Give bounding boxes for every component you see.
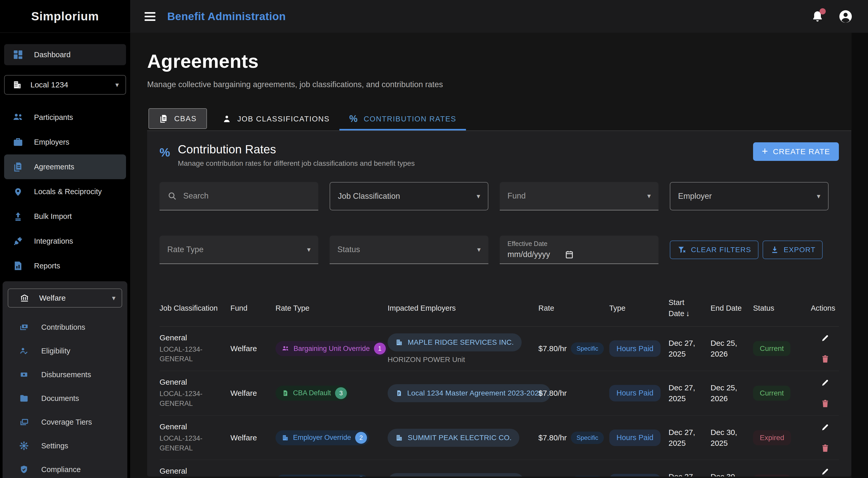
status-select[interactable]: Status ▾ xyxy=(330,236,488,264)
person-icon xyxy=(222,114,232,124)
rate-type-select[interactable]: Rate Type ▾ xyxy=(159,236,318,264)
tab-label: CONTRIBUTION RATES xyxy=(364,115,456,123)
building-icon xyxy=(395,434,403,442)
fund-selector[interactable]: Welfare ▾ xyxy=(8,289,122,307)
account-button[interactable] xyxy=(838,9,853,24)
sidebar-item-integrations[interactable]: Integrations xyxy=(4,229,126,253)
layers-icon xyxy=(19,417,29,427)
sidebar-item-label: Participants xyxy=(34,113,73,122)
header-actions: Actions xyxy=(801,303,839,313)
select-label: Status xyxy=(337,245,360,254)
table-row[interactable]: General LOCAL-1234-GENERAL Welfare CBA D… xyxy=(159,371,839,416)
tab-cbas[interactable]: CBAS xyxy=(149,108,207,129)
job-classification-name: General xyxy=(159,422,225,431)
edit-icon[interactable] xyxy=(820,423,830,432)
topbar: Benefit Administration xyxy=(130,0,868,33)
notifications-button[interactable] xyxy=(811,10,824,23)
sidebar-item-reports[interactable]: Reports xyxy=(4,253,126,278)
chevron-down-icon: ▾ xyxy=(477,245,480,254)
tab-bar: CBAS JOB CLASSIFICATIONS % CONTRIBUTION … xyxy=(147,107,851,131)
create-rate-label: CREATE RATE xyxy=(773,147,830,156)
fund-value: Welfare xyxy=(230,344,257,353)
document-icon xyxy=(282,390,289,397)
sidebar-item-documents[interactable]: Documents xyxy=(8,386,122,410)
menu-icon[interactable] xyxy=(145,12,155,21)
fund-select[interactable]: Fund ▾ xyxy=(500,182,658,210)
table-row[interactable]: General LOCAL-1234-GENERAL Welfare Barga… xyxy=(159,327,839,371)
header-rate: Rate xyxy=(538,303,609,313)
job-classification-name: General xyxy=(159,333,225,342)
delete-icon[interactable] xyxy=(820,443,830,453)
table-row[interactable]: General LOCAL-1234-GENERAL Welfare Emplo… xyxy=(159,416,839,460)
delete-icon[interactable] xyxy=(820,354,830,364)
header-impacted-employers: Impacted Employers xyxy=(388,303,538,313)
job-classification-select[interactable]: Job Classification ▾ xyxy=(330,182,488,210)
percent-icon: % xyxy=(159,145,170,159)
tab-job-classifications[interactable]: JOB CLASSIFICATIONS xyxy=(212,107,339,130)
sidebar-item-contributions[interactable]: Contributions xyxy=(8,315,122,339)
sidebar-item-label: Bulk Import xyxy=(34,212,72,221)
fund-panel: Welfare ▾ Contributions Eligibility Di xyxy=(3,281,127,478)
edit-icon[interactable] xyxy=(820,467,830,476)
sidebar-item-employers[interactable]: Employers xyxy=(4,130,126,154)
calendar-icon xyxy=(564,249,574,259)
effective-date-input[interactable]: Effective Date mm/dd/yyyy xyxy=(500,236,658,264)
sidebar-item-label: Employers xyxy=(34,138,69,146)
header-start-date[interactable]: Start Date↓ xyxy=(669,297,711,319)
page-subtitle: Manage collective bargaining agreements,… xyxy=(147,80,851,89)
local-selector-value: Local 1234 xyxy=(30,81,68,89)
employer-chip[interactable]: MAPLE RIDGE SERVICES INC. xyxy=(388,333,522,351)
filter-clear-icon xyxy=(677,245,687,255)
header-fund: Fund xyxy=(230,303,276,313)
search-input[interactable]: Search xyxy=(159,182,318,210)
report-file-icon xyxy=(12,260,24,271)
header-job-classification: Job Classification xyxy=(159,303,230,313)
edit-icon[interactable] xyxy=(820,378,830,387)
sidebar-item-participants[interactable]: Participants xyxy=(4,105,126,130)
rate-type-badge: Bargaining Unit Override 1 xyxy=(276,341,388,356)
specific-badge: Specific xyxy=(571,476,604,476)
sidebar-item-disbursements[interactable]: Disbursements xyxy=(8,363,122,386)
tab-contribution-rates[interactable]: % CONTRIBUTION RATES xyxy=(339,107,466,130)
person-check-icon xyxy=(19,346,29,356)
sidebar-item-locals-reciprocity[interactable]: Locals & Reciprocity xyxy=(4,179,126,204)
sidebar-item-label: Integrations xyxy=(34,237,73,245)
table-row[interactable]: General LOCAL-1234-GENERAL Welfare Emplo… xyxy=(159,460,839,476)
rate-type-badge: CBA Default 3 xyxy=(276,386,349,401)
sidebar-item-coverage-tiers[interactable]: Coverage Tiers xyxy=(8,410,122,434)
header-type: Type xyxy=(609,303,669,313)
sidebar-item-dashboard[interactable]: Dashboard xyxy=(4,44,126,65)
local-selector[interactable]: Local 1234 ▾ xyxy=(4,75,126,95)
sidebar-item-label: Disbursements xyxy=(41,370,91,379)
sidebar-item-settings[interactable]: Settings xyxy=(8,434,122,458)
sidebar-item-agreements[interactable]: Agreements xyxy=(4,154,126,179)
building-icon xyxy=(395,338,403,346)
cash-icon xyxy=(19,370,29,380)
header-status: Status xyxy=(753,303,801,313)
select-label: Fund xyxy=(507,191,526,201)
rates-table: Job Classification Fund Rate Type Impact… xyxy=(159,292,839,476)
sidebar-item-label: Reports xyxy=(34,262,60,270)
delete-icon[interactable] xyxy=(820,398,830,408)
sidebar-item-bulk-import[interactable]: Bulk Import xyxy=(4,204,126,229)
notification-badge xyxy=(819,8,826,14)
edit-icon[interactable] xyxy=(820,333,830,342)
employer-select[interactable]: Employer ▾ xyxy=(670,182,829,210)
type-chip: Hours Paid xyxy=(609,429,660,446)
people-icon xyxy=(282,345,289,353)
employer-chip[interactable]: SUMMIT PEAK ELECTRIC CO. xyxy=(388,429,519,447)
employer-chip[interactable]: GREENFIELD TREE & GARDEN xyxy=(388,473,524,476)
sidebar-item-label: Documents xyxy=(41,394,79,403)
job-classification-name: General xyxy=(159,378,225,386)
sidebar-item-eligibility[interactable]: Eligibility xyxy=(8,339,122,363)
document-icon xyxy=(12,161,24,173)
export-button[interactable]: EXPORT xyxy=(763,241,823,259)
clear-filters-button[interactable]: CLEAR FILTERS xyxy=(670,241,758,259)
app-logo: Simplorium xyxy=(0,0,130,33)
sidebar-item-compliance[interactable]: Compliance xyxy=(8,458,122,478)
agreement-chip[interactable]: Local 1234 Master Agreement 2023-2026 xyxy=(388,384,551,402)
clear-filters-label: CLEAR FILTERS xyxy=(691,246,751,254)
create-rate-button[interactable]: + CREATE RATE xyxy=(753,142,839,161)
job-classification-code: LOCAL-1234-GENERAL xyxy=(159,434,225,453)
main-content: Agreements Manage collective bargaining … xyxy=(130,33,851,478)
